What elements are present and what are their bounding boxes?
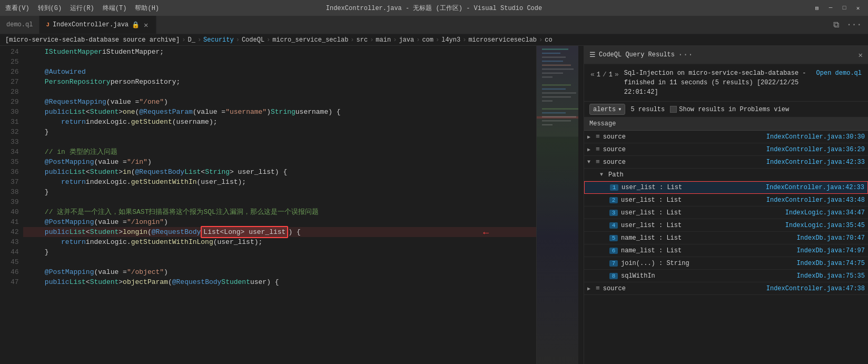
menu-bar: 查看(V) 转到(G) 运行(R) 终端(T) 帮助(H) xyxy=(5,4,159,13)
nav-next-button[interactable]: » xyxy=(615,70,619,80)
more-actions-button[interactable]: ··· xyxy=(844,19,864,31)
result-path-1[interactable]: 1 user_list : List IndexController.java:… xyxy=(584,181,868,194)
path-item-link-4[interactable]: IndexLogic.java:35:45 xyxy=(785,222,865,229)
path-num-2: 2 xyxy=(609,197,618,203)
path-item-link-8[interactable]: IndexDb.java:75:35 xyxy=(796,272,865,280)
collapse-icon-3[interactable]: ▼ xyxy=(587,159,593,165)
collapse-icon-2[interactable]: ▶ xyxy=(587,146,593,153)
path-item-label-8: sqlWithIn xyxy=(621,272,793,280)
breadcrumb-src[interactable]: src xyxy=(357,36,368,44)
breadcrumb-micro[interactable]: micro_service_seclab xyxy=(272,36,348,44)
open-demo-link[interactable]: Open demo.ql xyxy=(816,68,862,78)
result-link-3[interactable]: IndexController.java:42:33 xyxy=(766,159,865,166)
result-row-3[interactable]: ▼ ≡ source IndexController.java:42:33 xyxy=(584,156,868,169)
breadcrumb-codeql[interactable]: CodeQL xyxy=(242,36,264,44)
minimap-svg xyxy=(537,46,578,364)
nav-total-pages: 1 xyxy=(609,70,613,80)
breadcrumb-root[interactable]: [micro-service-seclab-database source ar… xyxy=(5,36,180,44)
code-line-32: } xyxy=(23,127,536,137)
path-label: Path xyxy=(608,171,865,179)
result-label-1: source xyxy=(603,133,763,141)
path-item-link-6[interactable]: IndexDb.java:74:97 xyxy=(796,247,865,254)
nav-current-page: 1 xyxy=(597,70,600,80)
result-path-5[interactable]: 5 name_list : List IndexDb.java:70:47 xyxy=(584,232,868,244)
path-item-link-1[interactable]: IndexController.java:42:33 xyxy=(766,184,864,191)
tab-close-button[interactable]: ✕ xyxy=(143,21,149,29)
path-expand-icon[interactable]: ▼ xyxy=(600,172,605,178)
breadcrumb-d[interactable]: D_ xyxy=(188,36,195,44)
path-item-link-2[interactable]: IndexController.java:43:48 xyxy=(766,196,865,204)
breadcrumb-main[interactable]: main xyxy=(376,36,391,44)
code-line-35: @PostMapping(value = "/in") xyxy=(23,157,536,167)
panel-close-button[interactable]: ✕ xyxy=(859,51,863,60)
list-icon-last: ≡ xyxy=(596,284,600,292)
panel-more-button[interactable]: ··· xyxy=(678,50,693,60)
show-problems-option[interactable]: Show results in Problems view xyxy=(670,106,789,113)
breadcrumb-sep-4: › xyxy=(267,36,270,44)
path-item-label-7: join(...) : String xyxy=(621,260,793,267)
window-title: IndexController.java - 无标题 (工作区) - Visua… xyxy=(326,4,542,13)
breadcrumb-java[interactable]: java xyxy=(399,36,414,44)
tab-demo-ql[interactable]: demo.ql xyxy=(0,16,40,34)
breadcrumb-com[interactable]: com xyxy=(422,36,433,44)
alerts-dropdown[interactable]: alerts ▾ xyxy=(589,104,625,115)
path-num-6: 6 xyxy=(609,248,618,254)
menu-view[interactable]: 查看(V) xyxy=(5,4,29,13)
menu-terminal[interactable]: 终端(T) xyxy=(103,4,127,13)
result-path-8[interactable]: 8 sqlWithIn IndexDb.java:75:35 xyxy=(584,270,868,282)
result-row-last[interactable]: ▶ ≡ source IndexController.java:47:38 xyxy=(584,282,868,295)
code-editor[interactable]: IStudentMapper iStudentMapper; @Autowire… xyxy=(23,46,536,364)
tab-index-controller[interactable]: J IndexController.java 🔒 ✕ xyxy=(40,16,156,34)
java-file-icon: J xyxy=(46,22,50,28)
code-line-45 xyxy=(23,257,536,267)
minimap xyxy=(536,46,578,364)
path-item-link-5[interactable]: IndexDb.java:70:47 xyxy=(796,234,865,242)
message-column-header: Message xyxy=(589,120,616,127)
editor-area[interactable]: 24 25 26 27 28 29 30 31 32 33 34 35 36 3… xyxy=(0,46,584,364)
breadcrumb-l4yn3[interactable]: l4yn3 xyxy=(441,36,460,44)
path-num-3: 3 xyxy=(609,210,618,216)
list-icon-2: ≡ xyxy=(596,145,600,153)
breadcrumb-sep-3: › xyxy=(236,36,240,44)
menu-help[interactable]: 帮助(H) xyxy=(135,4,159,13)
path-item-link-3[interactable]: IndexLogic.java:34:47 xyxy=(785,209,865,217)
window-minimize[interactable]: ─ xyxy=(826,3,835,13)
result-path-6[interactable]: 6 name_list : List IndexDb.java:74:97 xyxy=(584,244,868,257)
breadcrumb-microserviceseclab[interactable]: microserviceseclab xyxy=(468,36,537,44)
breadcrumb-co[interactable]: co xyxy=(545,36,552,44)
result-row-2[interactable]: ▶ ≡ source IndexController.java:36:29 xyxy=(584,143,868,156)
path-item-link-7[interactable]: IndexDb.java:74:75 xyxy=(796,260,865,267)
collapse-icon-last[interactable]: ▶ xyxy=(587,286,593,292)
path-item-label-4: user_list : List xyxy=(621,222,782,229)
menu-run[interactable]: 运行(R) xyxy=(70,4,94,13)
breadcrumb-security[interactable]: Security xyxy=(203,36,234,44)
results-count: 5 results xyxy=(630,106,665,113)
nav-prev-button[interactable]: « xyxy=(590,70,595,80)
nav-separator: / xyxy=(603,70,607,80)
result-row-1[interactable]: ▶ ≡ source IndexController.java:30:30 xyxy=(584,131,868,143)
window-restore[interactable]: □ xyxy=(840,3,849,13)
result-path-2[interactable]: 2 user_list : List IndexController.java:… xyxy=(584,194,868,206)
problems-checkbox[interactable] xyxy=(670,106,677,113)
code-line-29: @RequestMapping(value = "/one") xyxy=(23,97,536,107)
main-content: 24 25 26 27 28 29 30 31 32 33 34 35 36 3… xyxy=(0,46,868,364)
result-link-last[interactable]: IndexController.java:47:38 xyxy=(766,285,865,292)
path-num-8: 8 xyxy=(609,273,618,279)
result-link-1[interactable]: IndexController.java:30:30 xyxy=(766,133,865,141)
path-num-7: 7 xyxy=(609,260,618,267)
result-path-4[interactable]: 4 user_list : List IndexLogic.java:35:45 xyxy=(584,219,868,232)
result-path-7[interactable]: 7 join(...) : String IndexDb.java:74:75 xyxy=(584,257,868,270)
breadcrumb-sep-11: › xyxy=(539,36,542,44)
result-link-2[interactable]: IndexController.java:36:29 xyxy=(766,146,865,153)
menu-goto[interactable]: 转到(G) xyxy=(38,4,62,13)
split-editor-button[interactable]: ⧉ xyxy=(831,19,841,31)
list-icon-1: ≡ xyxy=(596,133,600,141)
path-num-4: 4 xyxy=(609,222,618,229)
result-path-3[interactable]: 3 user_list : List IndexLogic.java:34:47 xyxy=(584,206,868,219)
panel-title: CodeQL Query Results xyxy=(599,51,675,58)
window-split[interactable]: ⊞ xyxy=(812,3,822,13)
window-close[interactable]: ✕ xyxy=(853,3,863,13)
code-line-40: // 这并不是一个注入，如果SAST扫描器将这个报为SQL注入漏洞，那么这是一个… xyxy=(23,207,536,217)
collapse-icon-1[interactable]: ▶ xyxy=(587,134,593,140)
vertical-scrollbar[interactable] xyxy=(578,46,584,364)
